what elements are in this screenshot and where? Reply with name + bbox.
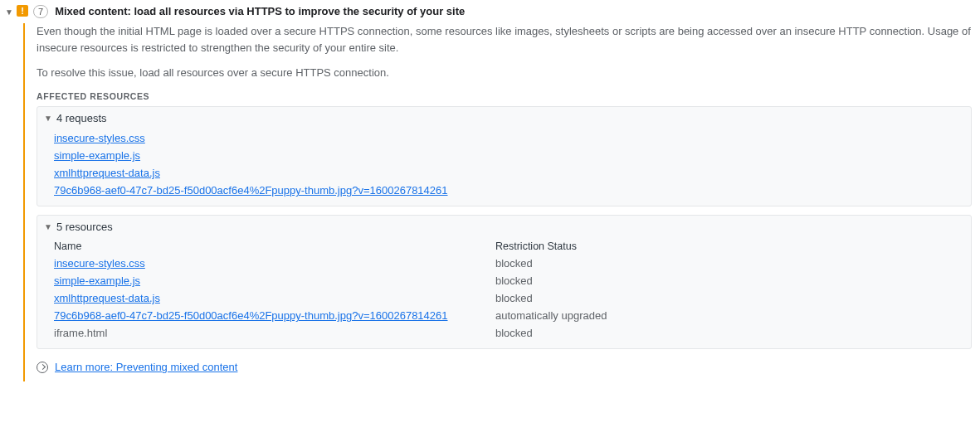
learn-more-row: Learn more: Preventing mixed content	[37, 361, 972, 373]
cell-status: blocked	[495, 274, 964, 287]
cell-status: blocked	[495, 292, 964, 304]
learn-more-link[interactable]: Learn more: Preventing mixed content	[55, 361, 237, 373]
issue-title: Mixed content: load all resources via HT…	[55, 5, 465, 17]
issue-description-p2: To resolve this issue, load all resource…	[37, 65, 972, 81]
cell-name: simple-example.js	[54, 274, 495, 287]
cell-name: iframe.html	[54, 327, 495, 339]
list-item: insecure-styles.css	[54, 129, 964, 147]
issue-count-badge: 7	[33, 5, 48, 18]
cell-status: automatically upgraded	[495, 309, 964, 322]
warning-icon: !	[17, 5, 28, 17]
cell-name: insecure-styles.css	[54, 257, 495, 270]
resources-group-title: 5 resources	[56, 221, 113, 233]
affected-resources-label: AFFECTED RESOURCES	[37, 91, 972, 101]
list-item: 79c6b968-aef0-47c7-bd25-f50d00acf6e4%2Fp…	[54, 182, 964, 199]
cell-name: 79c6b968-aef0-47c7-bd25-f50d00acf6e4%2Fp…	[54, 309, 495, 322]
list-item: simple-example.js	[54, 147, 964, 164]
col-header-name: Name	[54, 240, 495, 252]
issue-description: Even though the initial HTML page is loa…	[37, 23, 972, 81]
requests-group-title: 4 requests	[56, 112, 107, 124]
table-row: insecure-styles.cssblocked	[54, 255, 964, 272]
resource-link[interactable]: simple-example.js	[54, 149, 140, 162]
resource-link[interactable]: 79c6b968-aef0-47c7-bd25-f50d00acf6e4%2Fp…	[54, 184, 448, 197]
cell-status: blocked	[495, 327, 964, 339]
resource-link[interactable]: 79c6b968-aef0-47c7-bd25-f50d00acf6e4%2Fp…	[54, 309, 448, 322]
resource-link[interactable]: xmlhttprequest-data.js	[54, 292, 160, 304]
resources-group-toggle[interactable]: ▼ 5 resources	[37, 216, 971, 238]
expand-toggle[interactable]: ▼	[5, 5, 13, 17]
table-row: 79c6b968-aef0-47c7-bd25-f50d00acf6e4%2Fp…	[54, 307, 964, 324]
table-row: xmlhttprequest-data.jsblocked	[54, 289, 964, 307]
resources-table-wrap: Name Restriction Status insecure-styles.…	[37, 238, 971, 348]
list-item: xmlhttprequest-data.js	[54, 164, 964, 182]
resource-name: iframe.html	[54, 327, 107, 339]
requests-group-toggle[interactable]: ▼ 4 requests	[37, 107, 971, 129]
arrow-right-circle-icon	[37, 362, 48, 373]
resource-link[interactable]: insecure-styles.css	[54, 132, 145, 144]
issue-description-p1: Even though the initial HTML page is loa…	[37, 23, 972, 56]
table-row: simple-example.jsblocked	[54, 272, 964, 289]
table-header: Name Restriction Status	[54, 238, 964, 255]
resource-link[interactable]: insecure-styles.css	[54, 257, 145, 270]
chevron-down-icon: ▼	[44, 222, 52, 231]
resource-link[interactable]: xmlhttprequest-data.js	[54, 167, 160, 179]
chevron-down-icon: ▼	[44, 114, 52, 123]
requests-list: insecure-styles.csssimple-example.jsxmlh…	[37, 129, 971, 206]
cell-name: xmlhttprequest-data.js	[54, 292, 495, 304]
resources-table: Name Restriction Status insecure-styles.…	[54, 238, 964, 342]
resources-group: ▼ 5 resources Name Restriction Status in…	[37, 215, 972, 349]
requests-group: ▼ 4 requests insecure-styles.csssimple-e…	[37, 106, 972, 206]
table-row: iframe.htmlblocked	[54, 324, 964, 342]
issue-header-row: ▼ ! 7 Mixed content: load all resources …	[0, 0, 980, 18]
issue-body: Even though the initial HTML page is loa…	[23, 23, 980, 381]
col-header-status: Restriction Status	[495, 240, 964, 252]
cell-status: blocked	[495, 257, 964, 270]
resource-link[interactable]: simple-example.js	[54, 274, 140, 287]
